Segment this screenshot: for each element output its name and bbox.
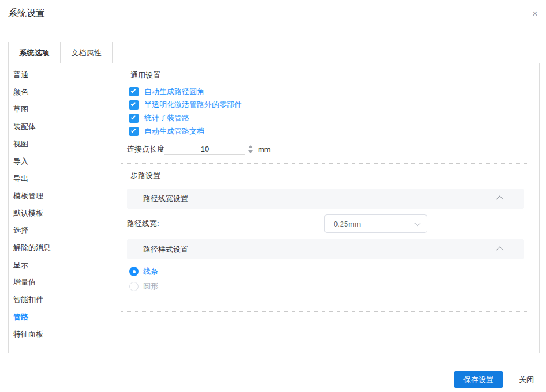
general-settings-legend: 通用设置: [128, 70, 163, 81]
close-button[interactable]: 关闭: [519, 375, 534, 385]
check-icon: [131, 127, 136, 132]
section-header-label: 路径线宽设置: [143, 194, 188, 204]
auto-piping-document-checkbox[interactable]: [129, 127, 139, 136]
close-icon[interactable]: ×: [529, 7, 541, 20]
sidebar-item-general[interactable]: 普通: [9, 66, 113, 84]
translucent-components-checkbox[interactable]: [129, 100, 139, 110]
sidebar-item-color[interactable]: 颜色: [9, 84, 113, 101]
select-value: 0.25mm: [334, 220, 361, 228]
tab-bar-filler: [113, 42, 540, 63]
path-line-width-select[interactable]: 0.25mm: [324, 214, 427, 233]
chevron-up-icon: [496, 247, 504, 254]
length-unit-label: mm: [258, 145, 271, 154]
sidebar-item-piping[interactable]: 管路: [9, 308, 113, 326]
checkbox-row-auto-path-fillet: 自动生成路径圆角: [127, 85, 524, 98]
checkbox-row-translucent-components: 半透明化激活管路外的零部件: [127, 98, 524, 111]
checkbox-label[interactable]: 自动生成路径圆角: [144, 86, 204, 97]
sidebar-item-dismissed-messages[interactable]: 解除的消息: [9, 239, 113, 257]
sidebar-item-sketch[interactable]: 草图: [9, 101, 113, 118]
sidebar-item-display[interactable]: 显示: [9, 257, 113, 274]
tab-document-properties[interactable]: 文档属性: [61, 42, 113, 63]
connection-point-length-label: 连接点长度: [127, 144, 164, 154]
connection-point-length-row: 连接点长度 mm: [127, 142, 524, 156]
sidebar-item-selection[interactable]: 选择: [9, 222, 113, 239]
check-icon: [131, 101, 136, 105]
page-title: 系统设置: [8, 7, 45, 20]
radio-label[interactable]: 线条: [143, 266, 158, 277]
routing-settings-group: 步路设置 路径线宽设置 路径线宽: 0.25mm 路径样式设置 线条: [121, 171, 530, 312]
check-icon: [131, 88, 136, 92]
stepper-down-icon[interactable]: [248, 150, 253, 153]
checkbox-row-count-subassembly-piping: 统计子装管路: [127, 111, 524, 125]
section-header-label: 路径样式设置: [143, 244, 188, 255]
count-subassembly-piping-checkbox[interactable]: [129, 114, 139, 123]
tab-bar: 系统选项 文档属性: [8, 42, 540, 63]
chevron-up-icon: [496, 196, 504, 203]
sidebar-item-import[interactable]: 导入: [9, 153, 113, 170]
settings-sidebar: 普通 颜色 草图 装配体 视图 导入 导出 模板管理 默认模板 选择 解除的消息…: [9, 63, 113, 353]
radio-label[interactable]: 圆形: [143, 281, 158, 292]
settings-panel: 普通 颜色 草图 装配体 视图 导入 导出 模板管理 默认模板 选择 解除的消息…: [8, 63, 540, 353]
dialog-footer: 保存设置 关闭: [454, 371, 534, 388]
radio-row-circle: 圆形: [127, 279, 524, 294]
save-settings-button[interactable]: 保存设置: [454, 371, 503, 388]
checkbox-label[interactable]: 统计子装管路: [144, 113, 189, 123]
sidebar-item-increment-value[interactable]: 增量值: [9, 274, 113, 291]
checkbox-row-auto-piping-document: 自动生成管路文档: [127, 125, 524, 138]
circle-radio-unselected[interactable]: [129, 282, 139, 291]
sidebar-item-smart-fasteners[interactable]: 智能扣件: [9, 291, 113, 308]
stepper-up-icon[interactable]: [248, 145, 253, 148]
line-radio-selected[interactable]: [129, 267, 139, 276]
sidebar-item-default-template[interactable]: 默认模板: [9, 205, 113, 222]
sidebar-item-template-management[interactable]: 模板管理: [9, 187, 113, 205]
routing-settings-legend: 步路设置: [128, 171, 163, 181]
checkbox-label[interactable]: 自动生成管路文档: [144, 126, 204, 137]
path-line-width-section-header[interactable]: 路径线宽设置: [127, 189, 524, 209]
radio-row-line: 线条: [127, 264, 524, 279]
path-style-section-header[interactable]: 路径样式设置: [127, 239, 524, 259]
path-line-width-row: 路径线宽: 0.25mm: [127, 214, 524, 233]
sidebar-item-view[interactable]: 视图: [9, 135, 113, 153]
chevron-down-icon: [414, 220, 421, 226]
path-line-width-label: 路径线宽:: [127, 218, 159, 229]
check-icon: [131, 114, 136, 119]
sidebar-item-assembly[interactable]: 装配体: [9, 118, 113, 135]
settings-content: 通用设置 自动生成路径圆角 半透明化激活管路外的零部件 统计子装管路 自动生成管…: [113, 63, 539, 353]
sidebar-item-feature-panel[interactable]: 特征面板: [9, 326, 113, 343]
general-settings-group: 通用设置 自动生成路径圆角 半透明化激活管路外的零部件 统计子装管路 自动生成管…: [121, 70, 530, 164]
auto-path-fillet-checkbox[interactable]: [129, 87, 139, 96]
radio-dot-icon: [133, 270, 136, 273]
connection-point-length-input[interactable]: [164, 144, 245, 155]
path-style-radio-group: 线条 圆形: [127, 264, 524, 304]
tab-system-options[interactable]: 系统选项: [8, 42, 61, 63]
number-stepper: [248, 145, 253, 153]
checkbox-label[interactable]: 半透明化激活管路外的零部件: [144, 100, 242, 110]
sidebar-item-export[interactable]: 导出: [9, 170, 113, 187]
